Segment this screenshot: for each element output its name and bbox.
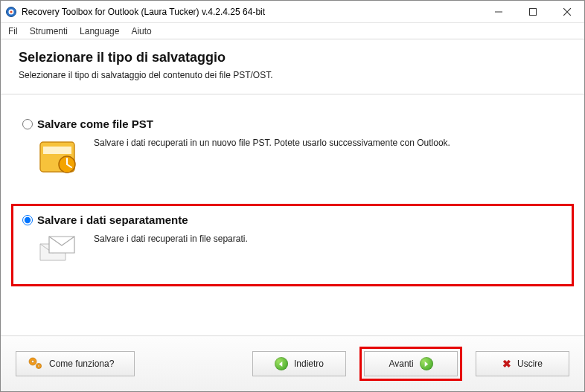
menu-file[interactable]: Fil	[8, 26, 18, 36]
back-button[interactable]: Indietro	[252, 351, 346, 376]
maximize-button[interactable]	[516, 1, 550, 22]
svg-rect-4	[530, 8, 537, 15]
envelopes-icon	[36, 232, 83, 274]
menubar: Fil Strumenti Language Aiuto	[1, 23, 584, 39]
radio-save-as-pst[interactable]	[22, 119, 33, 129]
next-button[interactable]: Avanti	[364, 351, 458, 376]
option-pst-description: Salvare i dati recuperati in un nuovo fi…	[94, 136, 450, 148]
app-icon	[5, 6, 17, 18]
svg-rect-8	[43, 147, 71, 154]
svg-point-2	[10, 10, 12, 13]
exit-button[interactable]: ✖ Uscire	[476, 351, 569, 376]
menu-tools[interactable]: Strumenti	[30, 26, 68, 36]
option-save-separately[interactable]: Salvare i dati separatamente	[11, 204, 574, 286]
close-button[interactable]	[550, 1, 584, 22]
how-it-works-label: Come funziona?	[49, 359, 114, 369]
next-label: Avanti	[389, 359, 413, 369]
svg-point-15	[38, 364, 39, 366]
window-title: Recovery Toolbox for Outlook (Laura Tuck…	[22, 7, 265, 17]
close-x-icon: ✖	[502, 358, 511, 370]
save-options: Salvare come file PST Salvare i dati rec…	[1, 94, 584, 286]
arrow-right-icon	[420, 357, 433, 370]
how-it-works-button[interactable]: Come funziona?	[16, 351, 135, 376]
window-controls	[482, 1, 584, 22]
option-pst-label: Salvare come file PST	[37, 118, 153, 130]
minimize-button[interactable]	[482, 1, 516, 22]
gears-icon	[27, 355, 43, 373]
content-area: Selezionare il tipo di salvataggio Selez…	[1, 39, 584, 391]
page-title: Selezionare il tipo di salvataggio	[19, 50, 566, 65]
menu-language[interactable]: Language	[80, 26, 119, 36]
outlook-pst-icon	[36, 136, 83, 178]
option-save-as-pst[interactable]: Salvare come file PST Salvare i dati rec…	[11, 108, 574, 190]
page-subtitle: Selezionare il tipo di salvataggio del c…	[19, 70, 566, 80]
svg-point-13	[31, 360, 34, 363]
page-header: Selezionare il tipo di salvataggio Selez…	[1, 39, 584, 94]
arrow-left-icon	[275, 357, 288, 370]
option-separate-label: Salvare i dati separatamente	[37, 213, 188, 226]
svg-marker-16	[279, 361, 283, 366]
menu-help[interactable]: Aiuto	[131, 26, 151, 36]
exit-label: Uscire	[517, 359, 543, 369]
svg-marker-17	[425, 361, 429, 366]
option-separate-description: Salvare i dati recuperati in file separa…	[94, 232, 248, 244]
radio-save-separately[interactable]	[22, 215, 33, 225]
back-label: Indietro	[294, 359, 324, 369]
footer-bar: Come funziona? Indietro Avanti	[1, 335, 584, 391]
titlebar: Recovery Toolbox for Outlook (Laura Tuck…	[1, 1, 584, 23]
